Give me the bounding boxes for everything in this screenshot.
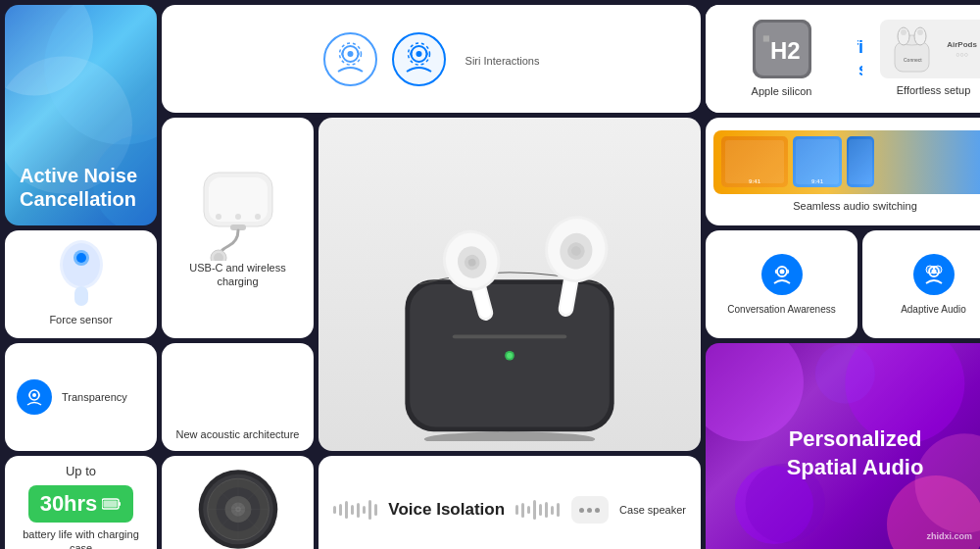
seamless-devices-img: 9:41 9:41 [713,130,980,194]
svg-point-17 [901,29,906,35]
svg-rect-23 [453,334,566,338]
svg-point-49 [235,214,241,220]
siri-icon-1-container [323,32,377,86]
svg-point-40 [424,431,596,441]
voice-isolation-label: Voice Isolation [388,500,505,520]
svg-rect-45 [74,286,88,306]
battery-hours: 30hrs [40,491,98,517]
spatial-card: Personalized Spatial Audio [706,343,980,549]
force-card: Force sensor [5,230,157,338]
svg-point-25 [507,353,513,359]
svg-point-77 [934,266,942,274]
seamless-label: Seamless audio switching [793,199,917,213]
battery-desc: battery life with charging case [13,527,149,549]
siri-icon-1 [323,32,377,86]
svg-text:◼: ◼ [762,33,770,43]
silicon-label: Apple silicon [752,84,812,98]
svg-point-50 [255,214,261,220]
acoustic-card: New acoustic architecture [162,343,314,451]
siri-icon-2-container [392,32,446,86]
dots-icon [571,496,609,524]
svg-rect-58 [104,501,118,508]
svg-point-5 [347,51,353,57]
case-speaker-label: Case speaker [619,503,686,517]
voice-isolation-card: Voice Isolation Case speaker [318,456,701,549]
ipad-device: 9:41 [793,136,842,187]
silicon-card: ◼ H2 Apple silicon [706,5,858,113]
transparency-icon [17,379,52,415]
acoustic-label: New acoustic architecture [176,427,300,441]
svg-point-76 [926,266,934,274]
svg-point-55 [32,393,36,397]
force-img [42,230,121,313]
svg-point-48 [216,214,221,220]
force-label: Force sensor [49,313,112,326]
main-grid: Active Noise Cancellation [0,0,980,549]
battery-upto: Up to [66,464,96,480]
iphone-device [847,136,874,187]
acoustic-img-card [162,456,314,549]
siri-icons [323,32,446,86]
watermark: zhidxi.com [926,531,972,541]
seamless-card: 9:41 9:41 Seamless audio switching [706,118,980,225]
effortless-img: Connect AirPods ○○○ [880,20,981,78]
siri-label: Siri Interactions [466,55,540,67]
svg-point-44 [76,253,86,263]
svg-point-81 [815,344,875,404]
waveform-left [333,500,377,520]
transparency-label: Transparency [62,390,127,404]
conversation-card: Conversation Awareness [706,230,858,338]
battery-badge: 30hrs [28,485,134,523]
h2-chip: ◼ H2 [753,20,811,78]
spatial-text: Personalized Spatial Audio [767,406,944,501]
usbc-card: USB-C and wireless charging [162,118,314,338]
waveform-right [515,500,560,520]
conversation-label: Conversation Awareness [727,303,835,316]
svg-text:H2: H2 [770,37,801,64]
adaptive-card: Adaptive Audio [862,230,980,338]
battery-card: Up to 30hrs battery life with charging c… [5,456,157,549]
anc-card: Active Noise Cancellation [5,5,157,225]
transparency-card: Transparency [5,343,157,451]
effortless-label: Effortless setup [897,83,971,97]
siri-card: Siri Interactions [162,5,701,113]
airpods-visual [328,127,691,441]
svg-rect-57 [119,502,121,506]
anc-title: Active Noise Cancellation [20,164,142,211]
adaptive-icon [913,254,955,295]
main-airpods-card [318,118,701,451]
svg-text:Connect: Connect [904,57,922,63]
usbc-label: USB-C and wireless charging [170,261,306,289]
adaptive-label: Adaptive Audio [901,303,966,316]
siri-icon-2 [392,32,446,86]
svg-point-19 [917,29,923,35]
svg-point-8 [416,51,421,57]
conversation-icon [761,254,803,295]
effortless-card: Connect AirPods ○○○ Effortless setup [862,5,980,113]
svg-point-73 [779,269,784,274]
macbook-device: 9:41 [721,136,788,187]
